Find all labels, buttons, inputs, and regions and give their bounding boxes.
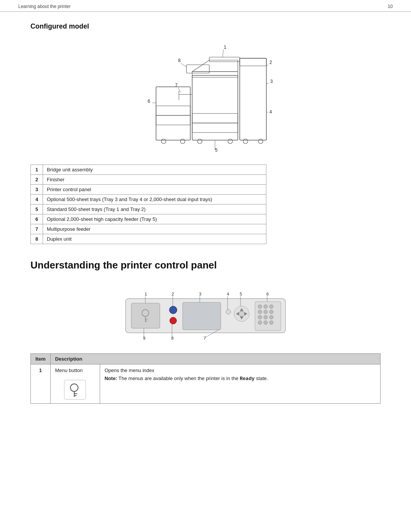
svg-point-42 bbox=[169, 306, 177, 314]
svg-line-25 bbox=[266, 83, 269, 84]
svg-point-14 bbox=[161, 139, 166, 144]
item-desc: Opens the menu index Note: The menus are… bbox=[100, 364, 380, 404]
part-num: 4 bbox=[31, 195, 43, 204]
svg-rect-8 bbox=[156, 87, 190, 140]
svg-text:2: 2 bbox=[269, 60, 272, 65]
item-name: Menu button bbox=[50, 364, 100, 404]
svg-point-43 bbox=[170, 317, 177, 324]
svg-rect-10 bbox=[156, 115, 190, 125]
svg-line-35 bbox=[181, 63, 186, 67]
svg-point-18 bbox=[243, 139, 248, 144]
svg-text:8: 8 bbox=[178, 58, 181, 63]
svg-rect-7 bbox=[209, 57, 240, 62]
svg-text:4: 4 bbox=[269, 109, 272, 115]
svg-text:1: 1 bbox=[145, 292, 147, 296]
svg-point-54 bbox=[264, 305, 268, 308]
part-desc: Bridge unit assembly bbox=[43, 165, 266, 175]
part-num: 8 bbox=[31, 234, 43, 244]
key-icon bbox=[64, 379, 86, 400]
part-num: 7 bbox=[31, 224, 43, 234]
table-row: 3Printer control panel bbox=[31, 185, 266, 195]
svg-rect-13 bbox=[186, 65, 209, 73]
svg-text:5: 5 bbox=[240, 292, 242, 296]
svg-point-63 bbox=[264, 321, 268, 324]
part-desc: Standard 500-sheet trays (Tray 1 and Tra… bbox=[43, 204, 266, 214]
svg-point-58 bbox=[269, 310, 273, 314]
svg-rect-83 bbox=[64, 380, 86, 399]
col-item: Item bbox=[31, 354, 51, 364]
svg-point-53 bbox=[258, 305, 262, 308]
svg-point-51 bbox=[239, 311, 244, 316]
table-row: 5Standard 500-sheet trays (Tray 1 and Tr… bbox=[31, 204, 266, 214]
svg-rect-1 bbox=[192, 72, 238, 77]
table-row: 4Optional 500-sheet trays (Tray 3 and Tr… bbox=[31, 195, 266, 204]
svg-text:1: 1 bbox=[224, 45, 226, 50]
part-desc: Printer control panel bbox=[43, 185, 266, 195]
table-row: 7Multipurpose feeder bbox=[31, 224, 266, 234]
main-content: Configured model bbox=[0, 12, 411, 419]
svg-text:7: 7 bbox=[204, 336, 206, 340]
svg-point-17 bbox=[228, 139, 233, 144]
svg-text:9: 9 bbox=[143, 336, 145, 340]
svg-line-33 bbox=[178, 88, 181, 93]
part-num: 5 bbox=[31, 204, 43, 214]
svg-rect-4 bbox=[192, 123, 238, 133]
svg-point-45 bbox=[226, 310, 231, 314]
part-num: 1 bbox=[31, 165, 43, 175]
svg-point-60 bbox=[264, 315, 268, 319]
svg-rect-44 bbox=[183, 302, 221, 330]
parts-table: 1Bridge unit assembly2Finisher3Printer c… bbox=[30, 165, 266, 244]
svg-point-56 bbox=[258, 310, 262, 314]
svg-rect-9 bbox=[156, 106, 190, 115]
configured-model-title: Configured model bbox=[30, 22, 381, 30]
svg-point-61 bbox=[269, 315, 273, 319]
svg-point-55 bbox=[269, 305, 273, 308]
svg-text:7: 7 bbox=[175, 83, 178, 88]
svg-rect-3 bbox=[192, 113, 238, 123]
part-num: 6 bbox=[31, 214, 43, 224]
svg-point-59 bbox=[258, 315, 262, 319]
svg-point-84 bbox=[70, 384, 78, 391]
table-row: 1Bridge unit assembly bbox=[31, 165, 266, 175]
item-num: 1 bbox=[31, 364, 51, 404]
svg-point-64 bbox=[269, 321, 273, 324]
svg-text:6: 6 bbox=[266, 292, 269, 296]
svg-point-62 bbox=[258, 321, 262, 324]
svg-text:3: 3 bbox=[270, 79, 273, 84]
printer-diagram-container: 1 2 3 4 5 6 7 8 bbox=[30, 37, 381, 155]
control-panel-diagram-container: 1 2 3 4 5 6 9 8 7 bbox=[30, 280, 381, 344]
svg-point-57 bbox=[264, 310, 268, 314]
svg-text:6: 6 bbox=[148, 99, 150, 104]
svg-text:3: 3 bbox=[199, 292, 201, 296]
svg-rect-5 bbox=[240, 58, 266, 140]
part-desc: Optional 2,000-sheet high capacity feede… bbox=[43, 214, 266, 224]
svg-text:8: 8 bbox=[171, 336, 174, 340]
header-right: 10 bbox=[388, 4, 393, 9]
part-desc: Optional 500-sheet trays (Tray 3 and Tra… bbox=[43, 195, 266, 204]
svg-text:2: 2 bbox=[172, 292, 174, 296]
table-row: 1 Menu button Opens bbox=[31, 364, 381, 404]
svg-point-15 bbox=[180, 139, 185, 144]
header-left: Learning about the printer bbox=[18, 4, 70, 9]
svg-rect-6 bbox=[240, 58, 266, 66]
table-row: 8Duplex unit bbox=[31, 234, 266, 244]
table-row: 2Finisher bbox=[31, 175, 266, 185]
part-desc: Finisher bbox=[43, 175, 266, 185]
description-table: Item Description 1 Menu button bbox=[30, 353, 381, 404]
page-header: Learning about the printer 10 bbox=[0, 0, 411, 12]
part-num: 3 bbox=[31, 185, 43, 195]
col-description: Description bbox=[50, 354, 380, 364]
part-desc: Multipurpose feeder bbox=[43, 224, 266, 234]
svg-text:4: 4 bbox=[227, 292, 229, 296]
svg-point-16 bbox=[198, 139, 202, 144]
control-panel-diagram: 1 2 3 4 5 6 9 8 7 bbox=[107, 280, 304, 344]
svg-line-21 bbox=[223, 50, 223, 57]
table-row: 6Optional 2,000-sheet high capacity feed… bbox=[31, 214, 266, 224]
item-note: Note: The menus are available only when … bbox=[105, 375, 376, 382]
svg-point-19 bbox=[258, 139, 263, 144]
svg-rect-37 bbox=[131, 303, 160, 328]
part-desc: Duplex unit bbox=[43, 234, 266, 244]
svg-rect-0 bbox=[192, 75, 238, 140]
understanding-panel-title: Understanding the printer control panel bbox=[30, 259, 381, 271]
printer-diagram: 1 2 3 4 5 6 7 8 bbox=[133, 37, 278, 155]
